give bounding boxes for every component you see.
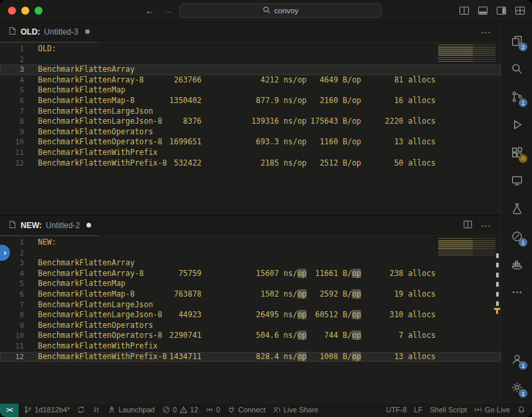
line-number: 6 — [0, 96, 24, 106]
toggle-panel-icon[interactable] — [477, 5, 488, 16]
navigate-back-button[interactable]: ← — [145, 5, 154, 16]
code-line[interactable]: 8BenchmarkFlattenLargeJson-88376139316 n… — [0, 116, 501, 127]
activity-bar: 2 1 ⚠ — [501, 22, 532, 402]
more-actions-icon[interactable]: ⋯ — [481, 221, 491, 231]
code-line[interactable]: 2 — [0, 248, 501, 259]
explorer-icon[interactable]: 2 — [503, 27, 530, 54]
code-line[interactable]: 8BenchmarkFlattenLargeJson-84492326495 n… — [0, 310, 501, 321]
iterations-value: 532422 — [133, 158, 201, 169]
tab-untitled-2[interactable]: NEW: Untitled-2 — [0, 215, 99, 236]
git-branch-item[interactable]: 1d1812b4* — [24, 406, 70, 414]
connect-item[interactable]: Connect — [227, 406, 265, 414]
iterations-value: 1699651 — [133, 137, 201, 148]
modified-indicator[interactable] — [86, 223, 91, 227]
code-line[interactable]: 10BenchmarkFlattenOperators-81699651693.… — [0, 137, 501, 148]
ports-item[interactable]: 0 — [205, 406, 220, 414]
extensions-icon[interactable]: ⚠ — [503, 139, 530, 166]
customize-layout-icon[interactable] — [515, 5, 525, 16]
code-line[interactable]: 1OLD: — [0, 44, 501, 55]
edit-session-icon[interactable]: 1 — [503, 223, 530, 249]
navigate-forward-button[interactable]: → — [164, 5, 173, 16]
highlighted-match: op — [297, 352, 307, 361]
code-line[interactable]: 3BenchmarkFlattenArray — [0, 258, 501, 269]
tab-untitled-3[interactable]: OLD: Untitled-3 — [0, 22, 98, 43]
time-per-op: 1502 ns/op — [207, 289, 307, 300]
iterations-value: 763878 — [133, 289, 201, 300]
launchpad-item[interactable]: Launchpad — [108, 406, 154, 414]
code-line[interactable]: 7BenchmarkFlattenLargeJson — [0, 300, 501, 311]
code-line[interactable]: 3BenchmarkFlattenArray — [0, 65, 501, 75]
code-line[interactable]: 6BenchmarkFlattenMap-81350402877.9 ns/op… — [0, 96, 501, 106]
overview-ruler-marks[interactable] — [496, 253, 499, 307]
code-line[interactable]: 11BenchmarkFlattenWithPrefix — [0, 341, 501, 352]
tab-bar: OLD: Untitled-3 ⋯ — [0, 22, 501, 43]
split-editor-icon[interactable] — [463, 219, 473, 232]
code-line[interactable]: 1NEW: — [0, 237, 501, 248]
benchmark-name: BenchmarkFlattenWithPrefix — [38, 341, 158, 352]
remote-explorer-icon[interactable] — [503, 167, 530, 194]
code-line[interactable]: 6BenchmarkFlattenMap-87638781502 ns/op25… — [0, 289, 501, 300]
encoding-item[interactable]: UTF-8 — [386, 406, 406, 414]
code-line[interactable]: 4BenchmarkFlattenArray-87575915607 ns/op… — [0, 269, 501, 279]
live-share-item[interactable]: Live Share — [273, 406, 319, 414]
code-line[interactable]: 4BenchmarkFlattenArray-82637664212 ns/op… — [0, 75, 501, 86]
code-line[interactable]: 5BenchmarkFlattenMap — [0, 85, 501, 96]
toggle-secondary-sidebar-icon[interactable] — [496, 5, 507, 16]
line-number: 2 — [0, 55, 24, 65]
minimap[interactable] — [438, 45, 495, 63]
highlighted-match: op — [297, 269, 307, 278]
code-line[interactable]: 7BenchmarkFlattenLargeJson — [0, 106, 501, 117]
line-number: 4 — [0, 75, 24, 86]
zoom-window-button[interactable] — [35, 7, 43, 15]
problems-item[interactable]: 0 12 — [162, 406, 198, 414]
notifications-bell-icon[interactable] — [517, 406, 525, 414]
launchpad-label: Launchpad — [118, 406, 154, 414]
allocs-per-op: 81 allocs — [364, 75, 436, 86]
code-line[interactable]: 9BenchmarkFlattenOperators — [0, 127, 501, 138]
search-icon[interactable] — [503, 55, 530, 82]
command-center-search[interactable]: convoy — [180, 3, 382, 18]
run-debug-icon[interactable] — [503, 111, 530, 138]
source-control-badge: 1 — [519, 98, 527, 107]
code-line[interactable]: 12BenchmarkFlattenWithPrefix-85324222185… — [0, 158, 501, 169]
minimize-window-button[interactable] — [21, 7, 29, 15]
code-line[interactable]: 2 — [0, 55, 501, 65]
close-window-button[interactable] — [8, 7, 16, 15]
bytes-per-op: 60512 B/op — [308, 310, 361, 321]
editor-group-column: OLD: Untitled-3 ⋯ 1OLD:23BenchmarkFlatte… — [0, 22, 501, 402]
eol-item[interactable]: LF — [414, 406, 423, 414]
layout-controls — [459, 5, 525, 16]
time-per-op: 877.9 ns/op — [207, 96, 307, 106]
compare-changes-icon[interactable] — [92, 406, 100, 414]
go-live-item[interactable]: Go Live — [474, 406, 510, 414]
allocs-per-op: 13 allocs — [364, 137, 436, 148]
overview-ruler-cursor-mark — [494, 308, 500, 310]
line-number: 10 — [0, 331, 24, 341]
docker-icon[interactable] — [503, 251, 530, 277]
line-number: 11 — [0, 148, 24, 158]
source-control-icon[interactable]: 1 — [503, 83, 530, 110]
line-number: 8 — [0, 116, 24, 127]
code-line[interactable]: 11BenchmarkFlattenWithPrefix — [0, 148, 501, 158]
allocs-per-op: 310 allocs — [364, 310, 436, 321]
account-icon[interactable]: 1 — [503, 346, 530, 372]
sync-icon[interactable] — [77, 406, 85, 414]
code-line[interactable]: 9BenchmarkFlattenOperators — [0, 321, 501, 331]
more-views-icon[interactable] — [503, 279, 530, 305]
settings-gear-icon[interactable]: 1 — [503, 374, 530, 400]
more-actions-icon[interactable]: ⋯ — [481, 27, 491, 37]
modified-indicator[interactable] — [85, 29, 90, 34]
split-editor-icon[interactable] — [459, 5, 469, 16]
remote-indicator[interactable]: >< — [0, 402, 19, 417]
code-line[interactable]: 12BenchmarkFlattenWithPrefix-81434711828… — [0, 352, 501, 362]
bytes-per-op: 744 B/op — [308, 331, 361, 341]
language-mode-item[interactable]: Shell Script — [430, 406, 467, 414]
benchmark-name: NEW: — [38, 237, 57, 248]
code-line[interactable]: 10BenchmarkFlattenOperators-82290741504.… — [0, 331, 501, 341]
allocs-per-op: 50 allocs — [364, 158, 436, 169]
benchmark-name: BenchmarkFlattenMap — [38, 85, 126, 96]
error-count: 0 — [173, 406, 177, 414]
testing-icon[interactable] — [503, 195, 530, 221]
minimap[interactable] — [438, 238, 495, 256]
code-line[interactable]: 5BenchmarkFlattenMap — [0, 279, 501, 289]
